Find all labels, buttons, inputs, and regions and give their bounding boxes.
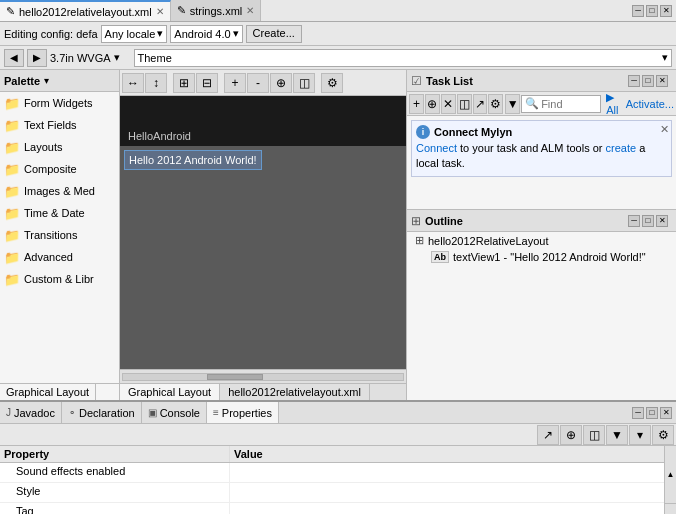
task-list-title: Task List: [426, 75, 473, 87]
task-new-btn[interactable]: +: [409, 94, 424, 114]
outline-minimize[interactable]: ─: [628, 215, 640, 227]
bottom-tab-properties[interactable]: ≡ Properties: [207, 402, 279, 423]
canvas-tb-layout[interactable]: ◫: [293, 73, 315, 93]
palette-transitions-label: Transitions: [24, 229, 77, 241]
outline-item-layout[interactable]: ⊞ hello2012RelativeLayout: [407, 232, 676, 249]
canvas-tb-settings[interactable]: ⚙: [321, 73, 343, 93]
palette-item-text-fields[interactable]: 📁 Text Fields: [0, 114, 119, 136]
scrollbar-thumb[interactable]: [207, 374, 263, 380]
outline-maximize[interactable]: □: [642, 215, 654, 227]
nav-forward-button[interactable]: ▶: [27, 49, 47, 67]
canvas-tb-zoom-in[interactable]: +: [224, 73, 246, 93]
center-tab-xml[interactable]: hello2012relativelayout.xml: [220, 384, 370, 400]
folder-icon: 📁: [4, 162, 20, 177]
bottom-tab-javadoc[interactable]: J Javadoc: [0, 402, 62, 423]
folder-icon: 📁: [4, 206, 20, 221]
bottom-minimize[interactable]: ─: [632, 407, 644, 419]
palette-item-form-widgets[interactable]: 📁 Form Widgets: [0, 92, 119, 114]
canvas-tb-grid2[interactable]: ⊟: [196, 73, 218, 93]
left-tab-graphical[interactable]: Graphical Layout: [0, 384, 96, 400]
bottom-tab-declaration[interactable]: ⚬ Declaration: [62, 402, 142, 423]
outline-close[interactable]: ✕: [656, 215, 668, 227]
task-search-input[interactable]: [541, 98, 596, 110]
palette-item-custom-lib[interactable]: 📁 Custom & Libr: [0, 268, 119, 290]
task-list-minimize[interactable]: ─: [628, 75, 640, 87]
bottom-tab-declaration-label: Declaration: [79, 407, 135, 419]
scroll-down-button[interactable]: ▼: [665, 504, 676, 514]
task-filter-btn[interactable]: ▼: [505, 94, 520, 114]
prop-tb-btn5[interactable]: ▾: [629, 425, 651, 445]
palette-item-transitions[interactable]: 📁 Transitions: [0, 224, 119, 246]
task-activate-link[interactable]: Activate...: [626, 98, 674, 110]
prop-tb-btn4[interactable]: ▼: [606, 425, 628, 445]
prop-tb-btn3[interactable]: ◫: [583, 425, 605, 445]
center-tab-graphical[interactable]: Graphical Layout: [120, 384, 220, 400]
android-version-value: Android 4.0: [174, 28, 230, 40]
close-button[interactable]: ✕: [660, 5, 672, 17]
android-textview[interactable]: Hello 2012 Android World!: [124, 150, 262, 170]
task-delete-btn[interactable]: ✕: [441, 94, 456, 114]
palette-item-time-date[interactable]: 📁 Time & Date: [0, 202, 119, 224]
tab-strings-close[interactable]: ✕: [246, 5, 254, 16]
connect-link[interactable]: Connect: [416, 142, 457, 154]
create-button[interactable]: Create...: [246, 25, 302, 43]
locale-dropdown[interactable]: Any locale ▾: [101, 25, 168, 43]
task-collapse-btn[interactable]: ◫: [457, 94, 472, 114]
maximize-button[interactable]: □: [646, 5, 658, 17]
palette-panel: Palette ▾ 📁 Form Widgets 📁 Text Fields 📁…: [0, 70, 120, 400]
android-version-dropdown[interactable]: Android 4.0 ▾: [170, 25, 242, 43]
canvas-tb-grid[interactable]: ⊞: [173, 73, 195, 93]
outline-layout-label: hello2012RelativeLayout: [428, 235, 548, 247]
palette-item-advanced[interactable]: 📁 Advanced: [0, 246, 119, 268]
canvas-tb-move[interactable]: ↔: [122, 73, 144, 93]
center-tab-xml-label: hello2012relativelayout.xml: [228, 386, 361, 398]
canvas-scrollbar[interactable]: [120, 369, 406, 383]
task-copy-btn[interactable]: ⊕: [425, 94, 440, 114]
palette-form-widgets-label: Form Widgets: [24, 97, 92, 109]
create-link[interactable]: create: [606, 142, 637, 154]
palette-layouts-label: Layouts: [24, 141, 63, 153]
folder-icon: 📁: [4, 228, 20, 243]
tab-xml-layout-close[interactable]: ✕: [156, 6, 164, 17]
task-search-box[interactable]: 🔍: [521, 95, 601, 113]
task-all-link[interactable]: ▶ All: [606, 91, 621, 116]
canvas-tb-down[interactable]: ↕: [145, 73, 167, 93]
prop-tb-btn6[interactable]: ⚙: [652, 425, 674, 445]
vertical-scrollbar[interactable]: ▲ ▼: [664, 446, 676, 514]
outline-item-textview[interactable]: Ab textView1 - "Hello 2012 Android World…: [407, 249, 676, 265]
prop-style-value[interactable]: [230, 483, 664, 502]
prop-tb-btn2[interactable]: ⊕: [560, 425, 582, 445]
tab-xml-layout[interactable]: ✎ hello2012relativelayout.xml ✕: [0, 0, 171, 21]
tab-strings[interactable]: ✎ strings.xml ✕: [171, 0, 262, 21]
prop-sound-effects-value[interactable]: [230, 463, 664, 482]
palette-item-composite[interactable]: 📁 Composite: [0, 158, 119, 180]
close-mylyn-button[interactable]: ✕: [660, 123, 669, 136]
task-link-btn[interactable]: ↗: [473, 94, 488, 114]
nav-back-button[interactable]: ◀: [4, 49, 24, 67]
locale-value: Any locale: [105, 28, 156, 40]
palette-item-layouts[interactable]: 📁 Layouts: [0, 136, 119, 158]
task-list-maximize[interactable]: □: [642, 75, 654, 87]
prop-row-sound-effects[interactable]: Sound effects enabled: [0, 463, 664, 483]
theme-dropdown[interactable]: Theme ▾: [134, 49, 672, 67]
android-canvas[interactable]: HelloAndroid Hello 2012 Android World!: [120, 96, 406, 369]
scrollbar-track[interactable]: [122, 373, 404, 381]
canvas-tb-zoom-out[interactable]: -: [247, 73, 269, 93]
prop-row-style[interactable]: Style: [0, 483, 664, 503]
bottom-tab-console[interactable]: ▣ Console: [142, 402, 207, 423]
prop-tag-value[interactable]: [230, 503, 664, 514]
task-list-close[interactable]: ✕: [656, 75, 668, 87]
task-settings-btn[interactable]: ⚙: [488, 94, 503, 114]
canvas-tb-zoom-fit[interactable]: ⊕: [270, 73, 292, 93]
palette-item-images-media[interactable]: 📁 Images & Med: [0, 180, 119, 202]
prop-row-tag[interactable]: Tag: [0, 503, 664, 514]
bottom-close[interactable]: ✕: [660, 407, 672, 419]
palette-text-fields-label: Text Fields: [24, 119, 77, 131]
minimize-button[interactable]: ─: [632, 5, 644, 17]
android-content-area[interactable]: Hello 2012 Android World!: [120, 146, 406, 369]
outline-title: Outline: [425, 215, 463, 227]
scroll-up-button[interactable]: ▲: [665, 446, 676, 504]
task-list-panel: ☑ Task List ─ □ ✕ + ⊕ ✕ ◫ ↗ ⚙ ▼ 🔍: [407, 70, 676, 210]
bottom-maximize[interactable]: □: [646, 407, 658, 419]
prop-tb-btn1[interactable]: ↗: [537, 425, 559, 445]
